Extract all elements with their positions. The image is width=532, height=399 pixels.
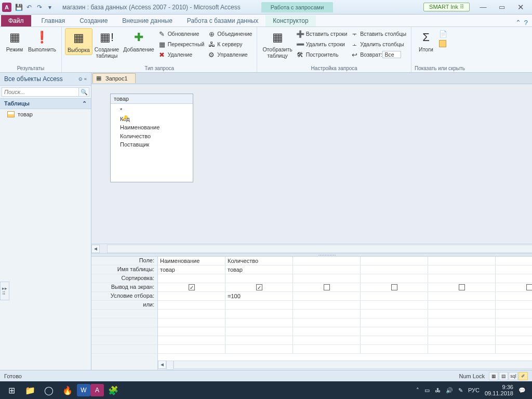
grid-cell[interactable]: [158, 318, 225, 327]
grid-cell[interactable]: [496, 292, 532, 300]
showtable-button[interactable]: ▦Отобразить таблицу: [260, 28, 294, 60]
grid-cell[interactable]: [158, 292, 225, 300]
grid-cell[interactable]: [428, 318, 496, 327]
grid-cell[interactable]: [428, 257, 496, 265]
datadef-button[interactable]: ⚙Управление: [206, 50, 254, 59]
view-sql-button[interactable]: ▤: [499, 372, 508, 380]
grid-cell[interactable]: [293, 257, 361, 265]
search-button[interactable]: 🔍: [79, 87, 89, 97]
tray-lang[interactable]: РУС: [468, 387, 480, 393]
grid-cell[interactable]: [293, 301, 361, 309]
delete-cols-button[interactable]: ⫠Удалить столбцы: [349, 39, 408, 49]
word-icon[interactable]: W: [77, 384, 90, 396]
grid-cell[interactable]: [293, 310, 361, 318]
grid-cell[interactable]: [428, 327, 496, 336]
flame-icon[interactable]: 🔥: [58, 383, 77, 397]
tray-pen-icon[interactable]: ✎: [458, 387, 463, 394]
totals-button[interactable]: ΣИтоги: [415, 28, 437, 54]
table-field-list[interactable]: товар * Код Наименование Количество Пост…: [110, 94, 193, 182]
grid-cell[interactable]: [428, 292, 496, 300]
grid-cell[interactable]: [361, 283, 428, 291]
grid-cell[interactable]: [225, 318, 293, 327]
search-input[interactable]: [2, 87, 79, 97]
checkbox[interactable]: [391, 284, 397, 290]
grid-cell[interactable]: [496, 301, 532, 309]
run-button[interactable]: ❗Выполнить: [26, 28, 58, 54]
query-designer-upper[interactable]: товар * Код Наименование Количество Пост…: [91, 84, 532, 244]
grid-cell[interactable]: [496, 265, 532, 274]
grid-cell[interactable]: [158, 310, 225, 318]
grid-cell[interactable]: ✓: [225, 283, 293, 291]
smart-ink-badge[interactable]: SMART Ink ⠿: [423, 3, 470, 11]
grid-cell[interactable]: [293, 292, 361, 300]
grid-cell[interactable]: [225, 327, 293, 336]
nav-header[interactable]: Все объекты Access ⊙ «: [0, 73, 91, 86]
grid-cell[interactable]: [428, 336, 496, 344]
qat-redo-icon[interactable]: ↷: [35, 3, 44, 12]
grid-cell[interactable]: [496, 345, 532, 353]
grid-cell[interactable]: [158, 301, 225, 309]
checkbox[interactable]: [526, 284, 533, 290]
union-button[interactable]: ⊕Объединение: [206, 29, 254, 38]
qat-undo-icon[interactable]: ↶: [24, 3, 34, 12]
tab-design[interactable]: Конструктор: [265, 15, 315, 26]
insert-cols-button[interactable]: ⫟Вставить столбцы: [349, 29, 408, 38]
field-postavshchik[interactable]: Поставщик: [120, 140, 192, 149]
grid-cell[interactable]: товар: [225, 265, 293, 274]
grid-cell[interactable]: [496, 257, 532, 265]
grid-cell[interactable]: [496, 327, 532, 336]
nav-category-tables[interactable]: Таблицы⌃: [0, 98, 91, 109]
grid-cell[interactable]: [225, 274, 293, 283]
grid-cell[interactable]: [361, 265, 428, 274]
checkbox[interactable]: [459, 284, 465, 290]
nav-item-tovar[interactable]: товар: [0, 109, 91, 119]
grid-cell[interactable]: [158, 345, 225, 353]
window-restore-button[interactable]: ▭: [495, 2, 509, 12]
tray-clock[interactable]: 9:36 09.11.2018: [485, 384, 513, 396]
params-button[interactable]: 📄: [437, 29, 450, 38]
grid-cell[interactable]: [293, 345, 361, 353]
field-naimenovanie[interactable]: Наименование: [120, 123, 192, 132]
upper-hscroll[interactable]: ◄ ►: [91, 244, 532, 253]
grid-cell[interactable]: [428, 283, 496, 291]
grid-cell[interactable]: Наименование: [158, 257, 225, 265]
passthrough-button[interactable]: 🖧К серверу: [206, 39, 254, 49]
ribbon-minimize-icon[interactable]: ⌃: [515, 19, 521, 26]
grid-cell[interactable]: [496, 336, 532, 344]
grid-cell[interactable]: [361, 301, 428, 309]
explorer-icon[interactable]: 📁: [21, 383, 39, 397]
field-kolichestvo[interactable]: Количество: [120, 132, 192, 141]
grid-cell[interactable]: [361, 274, 428, 283]
qat-save-icon[interactable]: 💾: [14, 3, 23, 12]
view-button[interactable]: ▦Режим: [3, 28, 26, 54]
window-close-button[interactable]: ✕: [513, 2, 528, 12]
grid-cell[interactable]: [428, 265, 496, 274]
builder-button[interactable]: 🛠Построитель: [295, 50, 349, 59]
tray-notifications-icon[interactable]: 💬: [518, 387, 526, 394]
grid-cell[interactable]: [225, 336, 293, 344]
tab-external[interactable]: Внешние данные: [115, 15, 180, 26]
tab-database[interactable]: Работа с базами данных: [180, 15, 265, 26]
tab-create[interactable]: Создание: [72, 15, 115, 26]
scroll-left-icon[interactable]: ◄: [91, 245, 100, 253]
select-query-button[interactable]: ▦Выборка: [65, 28, 92, 55]
grid-cell[interactable]: [225, 310, 293, 318]
grid-cell[interactable]: [428, 310, 496, 318]
view-datasheet-button[interactable]: ▦: [489, 372, 498, 380]
grid-cell[interactable]: ✓: [158, 283, 225, 291]
grid-cell[interactable]: [496, 318, 532, 327]
tray-volume-icon[interactable]: 🔊: [446, 387, 453, 394]
delete-rows-button[interactable]: ➖Удалить строки: [295, 39, 349, 49]
return-selector[interactable]: ↩Возврат: Все: [349, 50, 408, 59]
field-star[interactable]: *: [120, 106, 192, 115]
grid-cell[interactable]: [293, 327, 361, 336]
crosstab-button[interactable]: ▦Перекрестный: [156, 39, 206, 49]
checkbox[interactable]: [324, 284, 330, 290]
start-button[interactable]: ⊞: [2, 383, 21, 397]
grid-cell[interactable]: [293, 274, 361, 283]
document-tab[interactable]: ▦ Запрос1: [92, 73, 136, 83]
access-icon[interactable]: A: [90, 384, 104, 396]
chevron-down-icon[interactable]: ⊙ «: [78, 76, 87, 82]
grid-cell[interactable]: [158, 274, 225, 283]
propsheet-button[interactable]: [437, 39, 450, 48]
